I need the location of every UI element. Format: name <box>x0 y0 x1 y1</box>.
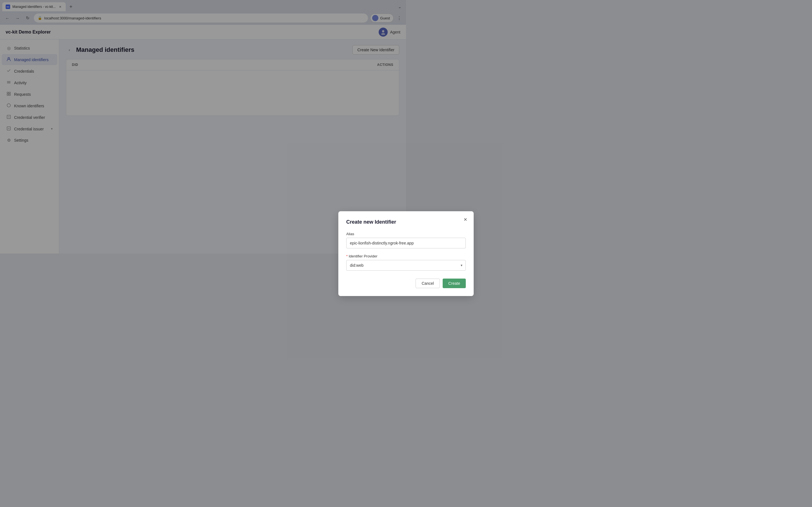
alias-input[interactable] <box>346 238 406 248</box>
alias-label: Alias <box>346 232 406 236</box>
modal-overlay[interactable]: ✕ Create new Identifier Alias Identifier… <box>59 40 406 253</box>
alias-form-group: Alias <box>346 232 406 248</box>
create-identifier-modal: ✕ Create new Identifier Alias Identifier… <box>338 211 406 254</box>
app: vc-kit Demo Explorer Agent ◎ Statistics <box>0 25 406 253</box>
main-content: ‹ Managed identifiers Create New Identif… <box>59 40 406 253</box>
app-body: ◎ Statistics Managed identifiers <box>0 40 406 253</box>
modal-title: Create new Identifier <box>346 219 406 225</box>
